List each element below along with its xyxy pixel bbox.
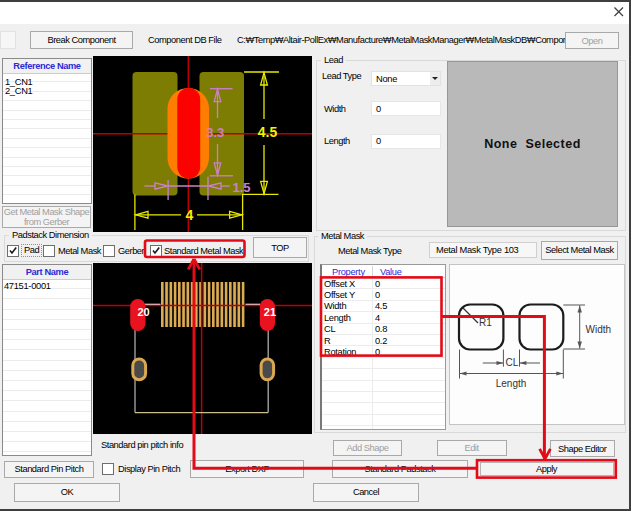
svg-text:21: 21 — [264, 306, 276, 318]
svg-text:Length: Length — [496, 377, 527, 388]
svg-text:R1: R1 — [479, 317, 492, 328]
svg-text:CL: CL — [506, 356, 519, 367]
svg-text:3.3: 3.3 — [206, 125, 224, 140]
svg-text:Width: Width — [586, 324, 612, 335]
svg-text:1.5: 1.5 — [232, 180, 250, 195]
svg-text:20: 20 — [138, 306, 150, 318]
svg-text:4: 4 — [185, 207, 193, 223]
svg-text:4.5: 4.5 — [258, 124, 278, 140]
